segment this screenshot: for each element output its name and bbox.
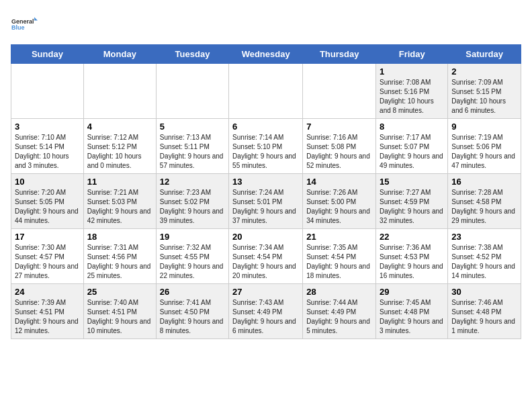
day-number: 2 — [451, 66, 517, 77]
day-info: Sunrise: 7:31 AM Sunset: 4:56 PM Dayligh… — [87, 243, 152, 281]
header: General Blue — [11, 11, 521, 38]
day-cell: 7Sunrise: 7:16 AM Sunset: 5:08 PM Daylig… — [303, 119, 376, 174]
day-cell: 26Sunrise: 7:41 AM Sunset: 4:50 PM Dayli… — [156, 284, 228, 339]
day-number: 16 — [451, 177, 517, 187]
day-cell: 20Sunrise: 7:34 AM Sunset: 4:54 PM Dayli… — [229, 229, 303, 284]
day-cell: 9Sunrise: 7:19 AM Sunset: 5:06 PM Daylig… — [448, 119, 521, 174]
day-number: 27 — [232, 287, 299, 297]
day-cell: 28Sunrise: 7:44 AM Sunset: 4:49 PM Dayli… — [303, 284, 376, 339]
day-info: Sunrise: 7:40 AM Sunset: 4:51 PM Dayligh… — [87, 298, 152, 336]
day-number: 12 — [160, 177, 225, 187]
day-cell: 21Sunrise: 7:35 AM Sunset: 4:54 PM Dayli… — [303, 229, 376, 284]
day-cell — [303, 64, 376, 119]
day-number: 13 — [232, 177, 299, 187]
day-info: Sunrise: 7:13 AM Sunset: 5:11 PM Dayligh… — [160, 133, 225, 171]
logo: General Blue — [11, 11, 38, 38]
day-cell: 30Sunrise: 7:46 AM Sunset: 4:48 PM Dayli… — [448, 284, 521, 339]
day-number: 15 — [380, 177, 444, 187]
day-info: Sunrise: 7:46 AM Sunset: 4:48 PM Dayligh… — [451, 298, 517, 336]
day-number: 3 — [15, 122, 80, 132]
day-info: Sunrise: 7:44 AM Sunset: 4:49 PM Dayligh… — [306, 298, 372, 336]
day-number: 7 — [306, 122, 372, 132]
day-number: 29 — [380, 287, 444, 297]
day-cell: 10Sunrise: 7:20 AM Sunset: 5:05 PM Dayli… — [11, 174, 84, 229]
week-row-4: 17Sunrise: 7:30 AM Sunset: 4:57 PM Dayli… — [11, 229, 521, 284]
day-info: Sunrise: 7:21 AM Sunset: 5:03 PM Dayligh… — [87, 188, 152, 226]
day-cell: 29Sunrise: 7:45 AM Sunset: 4:48 PM Dayli… — [376, 284, 448, 339]
day-number: 20 — [232, 232, 299, 242]
day-number: 8 — [380, 122, 444, 132]
day-info: Sunrise: 7:08 AM Sunset: 5:16 PM Dayligh… — [380, 78, 444, 116]
day-number: 5 — [160, 122, 225, 132]
day-cell: 2Sunrise: 7:09 AM Sunset: 5:15 PM Daylig… — [448, 64, 521, 119]
day-info: Sunrise: 7:17 AM Sunset: 5:07 PM Dayligh… — [380, 133, 444, 171]
day-cell: 11Sunrise: 7:21 AM Sunset: 5:03 PM Dayli… — [83, 174, 156, 229]
day-cell: 6Sunrise: 7:14 AM Sunset: 5:10 PM Daylig… — [229, 119, 303, 174]
day-cell: 18Sunrise: 7:31 AM Sunset: 4:56 PM Dayli… — [83, 229, 156, 284]
week-row-2: 3Sunrise: 7:10 AM Sunset: 5:14 PM Daylig… — [11, 119, 521, 174]
day-cell: 24Sunrise: 7:39 AM Sunset: 4:51 PM Dayli… — [11, 284, 84, 339]
day-number: 21 — [306, 232, 372, 242]
week-row-5: 24Sunrise: 7:39 AM Sunset: 4:51 PM Dayli… — [11, 284, 521, 339]
weekday-header-saturday: Saturday — [448, 45, 521, 64]
logo-svg: General Blue — [11, 11, 38, 38]
day-cell: 23Sunrise: 7:38 AM Sunset: 4:52 PM Dayli… — [448, 229, 521, 284]
day-cell: 27Sunrise: 7:43 AM Sunset: 4:49 PM Dayli… — [229, 284, 303, 339]
day-number: 26 — [160, 287, 225, 297]
day-info: Sunrise: 7:27 AM Sunset: 4:59 PM Dayligh… — [380, 188, 444, 226]
day-info: Sunrise: 7:14 AM Sunset: 5:10 PM Dayligh… — [232, 133, 299, 171]
day-info: Sunrise: 7:36 AM Sunset: 4:53 PM Dayligh… — [380, 243, 444, 281]
day-cell: 15Sunrise: 7:27 AM Sunset: 4:59 PM Dayli… — [376, 174, 448, 229]
day-info: Sunrise: 7:19 AM Sunset: 5:06 PM Dayligh… — [451, 133, 517, 171]
day-info: Sunrise: 7:41 AM Sunset: 4:50 PM Dayligh… — [160, 298, 225, 336]
day-info: Sunrise: 7:38 AM Sunset: 4:52 PM Dayligh… — [451, 243, 517, 281]
weekday-header-friday: Friday — [376, 45, 448, 64]
day-number: 11 — [87, 177, 152, 187]
day-info: Sunrise: 7:12 AM Sunset: 5:12 PM Dayligh… — [87, 133, 152, 171]
week-row-1: 1Sunrise: 7:08 AM Sunset: 5:16 PM Daylig… — [11, 64, 521, 119]
weekday-header-tuesday: Tuesday — [156, 45, 228, 64]
day-number: 23 — [451, 232, 517, 242]
day-info: Sunrise: 7:10 AM Sunset: 5:14 PM Dayligh… — [15, 133, 80, 171]
day-cell: 19Sunrise: 7:32 AM Sunset: 4:55 PM Dayli… — [156, 229, 228, 284]
day-cell: 16Sunrise: 7:28 AM Sunset: 4:58 PM Dayli… — [448, 174, 521, 229]
day-info: Sunrise: 7:30 AM Sunset: 4:57 PM Dayligh… — [15, 243, 80, 281]
day-cell: 12Sunrise: 7:23 AM Sunset: 5:02 PM Dayli… — [156, 174, 228, 229]
day-info: Sunrise: 7:23 AM Sunset: 5:02 PM Dayligh… — [160, 188, 225, 226]
day-number: 14 — [306, 177, 372, 187]
day-number: 25 — [87, 287, 152, 297]
day-cell: 5Sunrise: 7:13 AM Sunset: 5:11 PM Daylig… — [156, 119, 228, 174]
day-info: Sunrise: 7:28 AM Sunset: 4:58 PM Dayligh… — [451, 188, 517, 226]
weekday-header-monday: Monday — [83, 45, 156, 64]
day-cell: 14Sunrise: 7:26 AM Sunset: 5:00 PM Dayli… — [303, 174, 376, 229]
calendar-table: SundayMondayTuesdayWednesdayThursdayFrid… — [11, 44, 521, 339]
svg-marker-1 — [34, 17, 38, 21]
day-number: 10 — [15, 177, 80, 187]
weekday-header-thursday: Thursday — [303, 45, 376, 64]
day-cell: 4Sunrise: 7:12 AM Sunset: 5:12 PM Daylig… — [83, 119, 156, 174]
day-number: 30 — [451, 287, 517, 297]
day-number: 18 — [87, 232, 152, 242]
day-cell — [229, 64, 303, 119]
day-cell: 1Sunrise: 7:08 AM Sunset: 5:16 PM Daylig… — [376, 64, 448, 119]
day-cell — [11, 64, 84, 119]
weekday-header-row: SundayMondayTuesdayWednesdayThursdayFrid… — [11, 45, 521, 64]
day-number: 19 — [160, 232, 225, 242]
day-info: Sunrise: 7:16 AM Sunset: 5:08 PM Dayligh… — [306, 133, 372, 171]
svg-text:Blue: Blue — [11, 24, 25, 31]
day-cell: 22Sunrise: 7:36 AM Sunset: 4:53 PM Dayli… — [376, 229, 448, 284]
svg-text:General: General — [11, 18, 34, 25]
day-cell: 8Sunrise: 7:17 AM Sunset: 5:07 PM Daylig… — [376, 119, 448, 174]
day-info: Sunrise: 7:45 AM Sunset: 4:48 PM Dayligh… — [380, 298, 444, 336]
day-cell — [156, 64, 228, 119]
day-number: 17 — [15, 232, 80, 242]
day-number: 6 — [232, 122, 299, 132]
day-number: 24 — [15, 287, 80, 297]
day-cell: 17Sunrise: 7:30 AM Sunset: 4:57 PM Dayli… — [11, 229, 84, 284]
day-info: Sunrise: 7:34 AM Sunset: 4:54 PM Dayligh… — [232, 243, 299, 281]
day-info: Sunrise: 7:26 AM Sunset: 5:00 PM Dayligh… — [306, 188, 372, 226]
day-info: Sunrise: 7:35 AM Sunset: 4:54 PM Dayligh… — [306, 243, 372, 281]
weekday-header-wednesday: Wednesday — [229, 45, 303, 64]
day-cell: 3Sunrise: 7:10 AM Sunset: 5:14 PM Daylig… — [11, 119, 84, 174]
day-cell: 13Sunrise: 7:24 AM Sunset: 5:01 PM Dayli… — [229, 174, 303, 229]
